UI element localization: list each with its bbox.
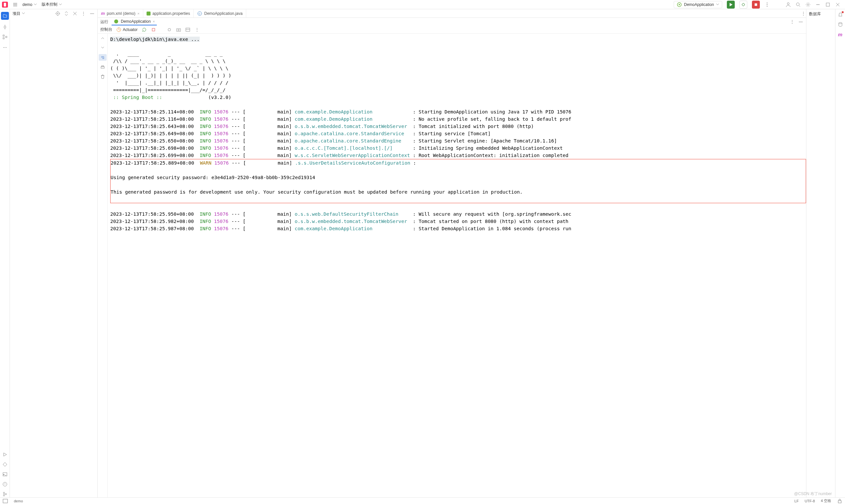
- main-menu-icon[interactable]: [13, 2, 18, 7]
- svg-point-3: [679, 4, 680, 5]
- tab-demo-java[interactable]: C DemoApplication.java: [194, 9, 246, 17]
- svg-point-24: [168, 29, 171, 31]
- status-indent[interactable]: 4 空格: [821, 498, 831, 503]
- java-class-icon: C: [197, 11, 203, 16]
- trash-icon[interactable]: [100, 74, 105, 79]
- svg-point-30: [839, 22, 842, 24]
- actuator-tab[interactable]: Actuator: [116, 27, 138, 32]
- toolbar-more-icon[interactable]: ⋮: [194, 27, 200, 32]
- maven-tool-icon[interactable]: m: [838, 32, 843, 37]
- run-config-icon: [677, 2, 682, 7]
- more-tools-icon[interactable]: ⋯: [2, 45, 7, 50]
- chevron-down-icon: [716, 2, 719, 7]
- more-icon[interactable]: [764, 2, 770, 7]
- stop-icon[interactable]: [151, 27, 156, 32]
- project-pane-title[interactable]: 项目: [13, 11, 25, 17]
- status-project-icon[interactable]: [3, 498, 8, 504]
- console-tab[interactable]: 控制台: [100, 27, 112, 32]
- tab-pom[interactable]: m pom.xml (demo) ×: [98, 9, 143, 17]
- expand-icon[interactable]: [64, 11, 69, 16]
- run-hide-icon[interactable]: —: [798, 19, 804, 24]
- spring-icon: [113, 19, 119, 24]
- svg-point-13: [4, 26, 6, 28]
- svg-point-9: [787, 3, 789, 5]
- svg-point-6: [767, 2, 768, 3]
- soft-wrap-icon[interactable]: [99, 54, 107, 61]
- top-bar: demo 版本控制 DemoApplication: [0, 0, 845, 9]
- minimize-icon[interactable]: [815, 2, 821, 7]
- hide-icon[interactable]: [72, 11, 77, 16]
- debug-icon[interactable]: [167, 27, 172, 32]
- svg-point-7: [767, 4, 768, 5]
- svg-rect-23: [152, 29, 155, 31]
- run-config-name: DemoApplication: [684, 2, 714, 7]
- chevron-down-icon: [22, 11, 25, 16]
- rerun-icon[interactable]: [142, 27, 147, 32]
- svg-rect-16: [6, 36, 7, 38]
- structure-tool-icon[interactable]: [2, 34, 7, 40]
- collapse-icon[interactable]: —: [89, 11, 95, 16]
- project-tool-button[interactable]: [1, 12, 9, 20]
- svg-rect-28: [101, 67, 104, 68]
- scroll-down-icon[interactable]: [100, 45, 105, 50]
- print-icon[interactable]: [100, 65, 105, 70]
- status-lf[interactable]: LF: [794, 499, 799, 503]
- svg-point-4: [742, 3, 745, 6]
- svg-point-36: [5, 493, 6, 495]
- search-icon[interactable]: [795, 2, 801, 7]
- run-config-selector[interactable]: DemoApplication: [674, 1, 722, 8]
- svg-rect-14: [3, 35, 4, 36]
- problems-icon[interactable]: [2, 482, 7, 487]
- readonly-icon[interactable]: [837, 498, 842, 504]
- status-project: demo: [14, 499, 23, 503]
- svg-rect-37: [3, 499, 7, 503]
- watermark: @CSDN 布丁number: [794, 491, 832, 497]
- terminal-icon[interactable]: [2, 472, 7, 477]
- vcs-dropdown[interactable]: 版本控制: [41, 2, 62, 7]
- ide-logo-icon: [2, 2, 8, 7]
- stop-button[interactable]: [752, 1, 760, 8]
- tabs-more-icon[interactable]: ⋮: [801, 11, 806, 16]
- svg-point-18: [57, 13, 58, 14]
- vcs-label: 版本控制: [41, 2, 57, 7]
- run-stripe-icon[interactable]: [2, 452, 7, 457]
- git-icon[interactable]: [2, 491, 7, 497]
- notifications-icon[interactable]: [838, 12, 843, 17]
- layout-icon[interactable]: [185, 27, 191, 32]
- editor-tabs: m pom.xml (demo) × application.propertie…: [98, 9, 806, 18]
- scroll-up-icon[interactable]: [100, 36, 105, 41]
- project-dropdown[interactable]: demo: [22, 2, 37, 7]
- status-bar: demo LF UTF-8 4 空格: [0, 498, 845, 504]
- settings-icon[interactable]: [805, 2, 811, 7]
- run-button[interactable]: [727, 1, 735, 8]
- tab-app-props[interactable]: application.properties: [143, 9, 194, 17]
- close-icon[interactable]: ×: [137, 12, 139, 16]
- right-stripe: m: [835, 9, 845, 498]
- svg-rect-1: [4, 3, 6, 6]
- run-label: 运行: [100, 19, 108, 25]
- locate-icon[interactable]: [55, 11, 60, 16]
- database-tool-icon[interactable]: [838, 22, 843, 27]
- actuator-icon: [116, 27, 122, 32]
- pane-more-icon[interactable]: ⋮: [81, 11, 86, 16]
- maximize-icon[interactable]: [825, 2, 830, 7]
- services-icon[interactable]: [2, 462, 7, 467]
- maven-file-icon: m: [101, 11, 105, 16]
- svg-rect-12: [826, 3, 829, 6]
- svg-point-34: [3, 492, 5, 493]
- snapshot-icon[interactable]: [176, 27, 181, 32]
- left-stripe: ⋯: [0, 9, 10, 498]
- run-tab-demo[interactable]: DemoApplication ×: [111, 18, 157, 25]
- project-name: demo: [22, 2, 32, 7]
- run-more-icon[interactable]: ⋮: [790, 19, 795, 24]
- status-charset[interactable]: UTF-8: [805, 499, 815, 503]
- debug-button[interactable]: [739, 1, 747, 8]
- close-icon[interactable]: ×: [153, 19, 155, 23]
- console-output[interactable]: D:\develop\jdk\bin\java.exe ... . ____ _…: [108, 34, 806, 498]
- user-icon[interactable]: [786, 2, 791, 7]
- run-sub-tabs: 控制台 Actuator ⋮: [98, 26, 806, 34]
- console-gutter: [98, 34, 108, 498]
- close-window-icon[interactable]: [835, 2, 840, 7]
- svg-text:C: C: [199, 12, 201, 15]
- commit-tool-icon[interactable]: [2, 24, 7, 30]
